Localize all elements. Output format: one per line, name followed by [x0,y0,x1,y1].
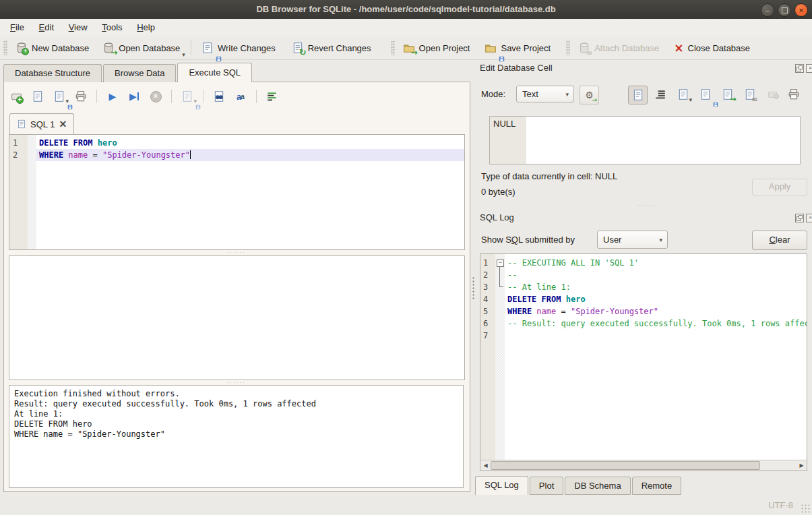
menu-tools[interactable]: Tools [96,19,128,36]
message-line: Result: query executed successfully. Too… [14,399,458,409]
open-project-button[interactable]: → Open Project [398,38,475,57]
close-panel-icon[interactable]: × [806,64,812,73]
write-changes-button[interactable]: Write Changes [197,38,280,57]
panel-splitter[interactable] [472,276,475,299]
save-results-button[interactable]: ▾ [181,90,194,103]
minimize-icon[interactable]: – [761,3,774,17]
print-sql-button[interactable] [74,90,88,103]
export-cell-data-button[interactable] [696,86,714,103]
sql-log-view[interactable]: 1 2 3 4 5 6 7 − -- EXECUTING ALL IN 'SQL… [480,253,807,471]
cell-editor-area[interactable] [526,117,800,164]
null-dot-icon [774,94,779,99]
float-panel-icon[interactable] [795,214,804,222]
tab-execute-sql[interactable]: Execute SQL [177,63,252,82]
print-cell-button[interactable] [784,86,803,103]
sql-editor[interactable]: 1 2 DELETE FROM hero WHERE name = "Spide… [9,134,465,250]
import-in-cell-button[interactable]: ⚙→ [580,86,599,104]
execute-sql-panel: + ▾ ▶ ▶ × ▾ aa SQL 1 ✕ 1 [3,82,470,492]
tab-remote[interactable]: Remote [632,477,682,495]
text-mode-button[interactable] [628,86,648,104]
copy-link-button[interactable]: ∞ [741,86,759,103]
tab-plot[interactable]: Plot [530,477,563,495]
line-number: 2 [13,149,28,161]
link-icon: ∞ [744,88,756,100]
toolbar-grip[interactable] [566,40,570,55]
main-toolbar: + New Database → Open Database ▾ Write C… [0,36,812,60]
save-project-button[interactable]: Save Project [480,38,555,57]
scrollbar-track[interactable] [491,460,797,471]
save-project-icon [485,42,497,54]
close-database-button[interactable]: × Close Database [669,38,755,57]
cell-value-editor[interactable]: NULL [489,116,801,164]
close-tab-icon[interactable]: ✕ [59,119,67,129]
open-in-external-button[interactable]: → [718,86,737,103]
execute-all-button[interactable]: ▶ [106,90,119,103]
editor-line-numbers: 1 2 [9,135,28,249]
find-in-sql-button[interactable] [212,90,226,103]
dock-splitter[interactable]: ······ [633,204,660,208]
tab-db-schema[interactable]: DB Schema [565,477,630,495]
log-line-comment: -- At line 1: [505,281,807,293]
toolbar-grip[interactable] [391,40,395,55]
apply-button[interactable]: Apply [752,179,807,195]
chain-icon: ∞ [751,96,757,103]
menu-edit[interactable]: Edit [33,19,60,36]
editor-fold-margin [28,135,36,249]
open-database-button[interactable]: → Open Database [98,38,185,57]
execute-current-line-button[interactable]: ▶ [127,90,141,103]
word-wrap-icon [266,90,278,102]
mode-select[interactable]: Text ▾ [516,86,574,102]
cell-word-wrap-button[interactable] [651,86,669,103]
attach-database-button[interactable]: ∞ Attach Database [573,38,664,57]
results-splitter[interactable]: ······ [9,251,464,255]
import-cell-data-button[interactable]: ▾ [674,86,692,103]
stop-execution-button[interactable]: × [149,90,162,103]
scroll-right-icon[interactable]: ▶ [797,460,807,471]
close-panel-icon[interactable]: × [806,214,812,222]
menu-file[interactable]: File [4,19,30,36]
code-line-1: DELETE FROM hero [36,137,464,149]
fold-collapse-icon[interactable]: − [497,260,504,267]
message-line: At line 1: [14,409,458,419]
scrollbar-thumb[interactable] [491,461,760,470]
chevron-down-icon: ▾ [565,86,569,102]
bottom-tabbar: SQL Log Plot DB Schema Remote [475,477,683,495]
maximize-icon[interactable] [778,3,791,17]
menu-view[interactable]: View [63,19,94,36]
titlebar[interactable]: DB Browser for SQLite - /home/user/code/… [0,0,812,20]
tab-database-structure[interactable]: Database Structure [3,64,102,82]
menu-help[interactable]: Help [131,19,161,36]
float-panel-icon[interactable] [795,64,804,73]
tab-sql-log[interactable]: SQL Log [475,476,528,495]
sql1-tab[interactable]: SQL 1 ✕ [9,113,74,134]
resize-grip[interactable] [801,504,810,513]
editor-code-area[interactable]: DELETE FROM hero WHERE name = "Spider-Yo… [36,135,464,249]
auto-format-button[interactable]: aa [234,90,247,103]
results-grid-pane[interactable] [9,255,465,380]
open-database-dropdown-caret-icon[interactable]: ▾ [182,51,185,58]
toolbar-grip[interactable] [3,40,7,55]
open-sql-file-button[interactable] [31,90,44,103]
execution-message-pane[interactable]: Execution finished without errors.Result… [9,385,464,488]
revert-changes-button[interactable]: ↻ Revert Changes [287,38,376,57]
save-sql-file-button[interactable]: ▾ [53,90,66,103]
set-null-button[interactable] [763,86,782,103]
sql-table-name: hero [566,295,586,304]
close-window-icon[interactable]: × [794,3,808,17]
code-line-2-current: WHERE name = "Spider-Youngster" [36,149,464,161]
log-horizontal-scrollbar[interactable]: ◀ ▶ [480,460,807,471]
scroll-left-icon[interactable]: ◀ [480,460,491,471]
sql-table-name: hero [98,138,117,148]
sql-identifier: name [68,150,88,160]
save-results-icon [181,90,193,102]
new-sql-tab-button[interactable]: + [9,90,23,103]
tab-browse-data[interactable]: Browse Data [103,64,176,82]
line-number: 6 [483,317,495,330]
word-wrap-button[interactable] [266,90,279,103]
stop-icon: × [150,91,162,102]
sql-keyword: WHERE [507,307,536,316]
submitted-by-select[interactable]: User ▾ [597,231,668,249]
log-code-area[interactable]: -- EXECUTING ALL IN 'SQL 1' -- -- At lin… [505,254,807,460]
new-database-button[interactable]: + New Database [11,38,94,57]
clear-log-button[interactable]: Clear [752,231,807,250]
